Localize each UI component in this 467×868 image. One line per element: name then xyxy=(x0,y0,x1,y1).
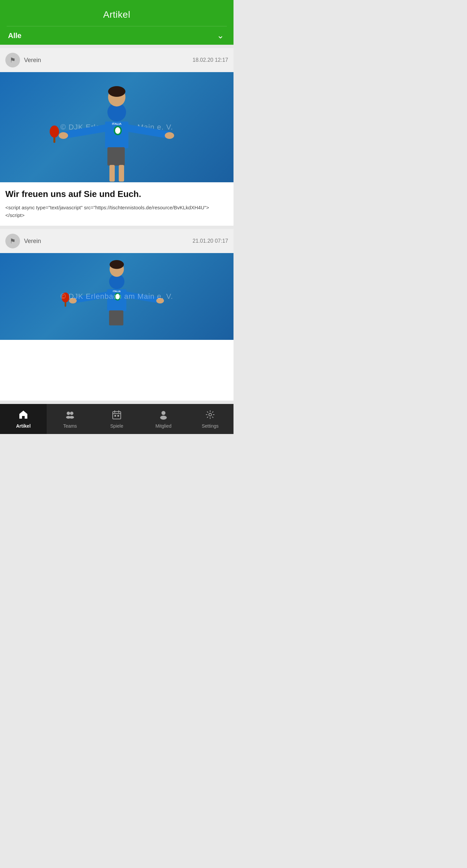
page-title: Artikel xyxy=(103,5,130,26)
svg-rect-26 xyxy=(109,310,124,325)
article-list: ⚑ Verein 18.02.20 12:17 © DJK Erlenbach … xyxy=(0,45,234,404)
calendar-icon xyxy=(112,410,122,422)
article-card[interactable]: ⚑ Verein 18.02.20 12:17 © DJK Erlenbach … xyxy=(0,48,234,226)
svg-point-42 xyxy=(209,413,211,416)
svg-line-5 xyxy=(128,128,168,135)
meta-left: ⚑ Verein xyxy=(5,53,41,67)
svg-point-9 xyxy=(165,132,174,139)
svg-text:ITALIA: ITALIA xyxy=(112,122,122,126)
svg-point-41 xyxy=(160,416,167,420)
svg-point-30 xyxy=(67,412,70,415)
svg-rect-38 xyxy=(114,415,116,416)
svg-rect-34 xyxy=(113,412,121,419)
nav-item-mitglied[interactable]: Mitglied xyxy=(140,404,187,434)
bottom-navigation: Artikel Teams Spiele xyxy=(0,404,234,434)
nav-label-spiele: Spiele xyxy=(110,423,124,429)
flag-icon-second: ⚑ xyxy=(10,237,16,245)
svg-point-18 xyxy=(110,260,124,269)
nav-item-spiele[interactable]: Spiele xyxy=(93,404,140,434)
filter-bar[interactable]: Alle ⌄ xyxy=(7,26,227,45)
gear-icon xyxy=(205,410,215,422)
svg-line-4 xyxy=(65,128,105,135)
svg-point-8 xyxy=(50,126,59,137)
svg-rect-11 xyxy=(109,165,115,182)
nav-item-artikel[interactable]: Artikel xyxy=(0,404,47,434)
source-icon-wrap: ⚑ xyxy=(5,53,20,67)
nav-item-settings[interactable]: Settings xyxy=(187,404,234,434)
nav-label-teams: Teams xyxy=(63,423,77,429)
article-image: © DJK Erlenbach am Main e. V. xyxy=(0,72,234,182)
nav-label-settings: Settings xyxy=(202,423,219,429)
article-body: Wir freuen uns auf Sie und Euch. <script… xyxy=(0,182,234,226)
chevron-down-icon[interactable]: ⌄ xyxy=(217,30,224,41)
svg-rect-12 xyxy=(119,165,124,182)
svg-point-40 xyxy=(162,411,165,415)
person-icon xyxy=(159,410,168,422)
nav-label-artikel: Artikel xyxy=(16,423,31,429)
svg-rect-39 xyxy=(118,415,119,416)
filter-label: Alle xyxy=(8,31,21,40)
article-source-second: Verein xyxy=(24,238,41,245)
player-figure-svg: ITALIA xyxy=(47,79,187,182)
svg-point-2 xyxy=(108,86,126,97)
nav-label-mitglied: Mitglied xyxy=(156,423,171,429)
svg-point-31 xyxy=(70,412,73,415)
home-icon xyxy=(18,410,28,422)
svg-rect-10 xyxy=(107,147,125,165)
article-source: Verein xyxy=(24,57,41,64)
source-icon-wrap-second: ⚑ xyxy=(5,234,20,248)
teams-icon xyxy=(65,410,75,422)
article-image-second: © DJK Erlenbach am Main e. V. ITALIA xyxy=(0,253,234,340)
article-excerpt: <script async type="text/javascript" src… xyxy=(5,204,228,219)
svg-point-6 xyxy=(59,132,68,139)
svg-point-14 xyxy=(115,127,121,134)
article-title: Wir freuen uns auf Sie und Euch. xyxy=(5,189,228,199)
article-date: 18.02.20 12:17 xyxy=(193,57,228,63)
article-card-second[interactable]: ⚑ Verein 21.01.20 07:17 © DJK Erlenbach … xyxy=(0,229,234,401)
meta-left-second: ⚑ Verein xyxy=(5,234,41,248)
article-meta: ⚑ Verein 18.02.20 12:17 xyxy=(0,48,234,72)
nav-item-teams[interactable]: Teams xyxy=(47,404,93,434)
flag-icon: ⚑ xyxy=(10,56,16,64)
watermark-text-second: © DJK Erlenbach am Main e. V. xyxy=(60,292,173,301)
svg-point-33 xyxy=(69,416,74,418)
article-date-second: 21.01.20 07:17 xyxy=(193,238,228,244)
article-meta-second: ⚑ Verein 21.01.20 07:17 xyxy=(0,229,234,253)
app-header: Artikel Alle ⌄ xyxy=(0,0,234,45)
